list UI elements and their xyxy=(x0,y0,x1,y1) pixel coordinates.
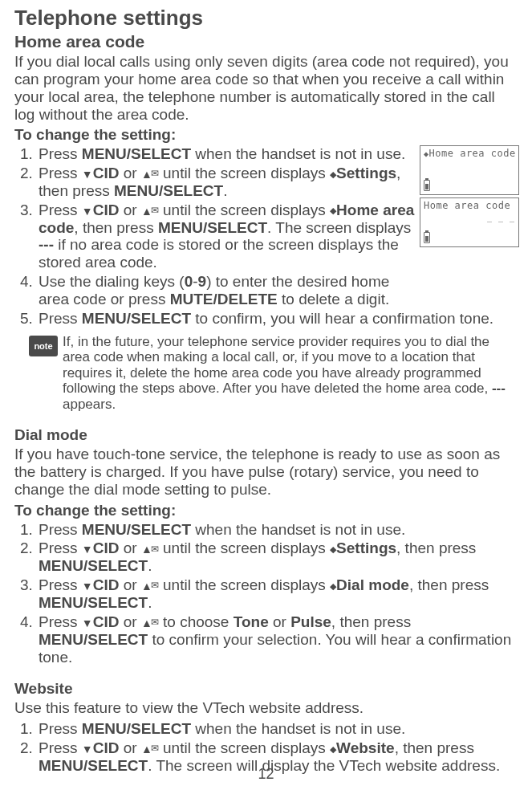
lcd-cursor: _ _ _ xyxy=(424,213,515,222)
diamond-icon: ◆ xyxy=(330,206,336,216)
envelope-icon: ✉ xyxy=(151,206,159,217)
sub-heading-dial-mode: To change the setting: xyxy=(14,502,519,519)
down-arrow-icon: ▼ xyxy=(82,205,93,218)
step-4: Use the dialing keys (0-9) to enter the … xyxy=(37,273,519,308)
sub-heading-home-area: To change the setting: xyxy=(14,126,519,144)
intro-website: Use this feature to view the VTech websi… xyxy=(14,699,519,717)
lcd-text: Home area code xyxy=(424,201,515,212)
down-arrow-icon: ▼ xyxy=(82,580,93,592)
lcd-text: Home area code xyxy=(429,148,516,159)
lcd-screen-1: ◆Home area code xyxy=(420,145,519,195)
page-number: 12 xyxy=(0,766,532,783)
lcd-screen-2: Home area code _ _ _ xyxy=(420,197,519,247)
battery-icon xyxy=(424,180,430,191)
heading-home-area-code: Home area code xyxy=(14,32,519,51)
steps-dial-mode: Press MENU/SELECT when the handset is no… xyxy=(30,521,519,666)
heading-dial-mode: Dial mode xyxy=(14,426,519,444)
envelope-icon: ✉ xyxy=(151,743,159,755)
down-arrow-icon: ▼ xyxy=(82,617,93,629)
diamond-icon: ◆ xyxy=(330,581,336,592)
diamond-icon: ◆ xyxy=(330,744,336,755)
note-text: If, in the future, your telephone servic… xyxy=(63,334,519,413)
step-1: Press MENU/SELECT when the handset is no… xyxy=(37,720,519,738)
intro-dial-mode: If you have touch-tone service, the tele… xyxy=(14,446,519,499)
page-title: Telephone settings xyxy=(14,6,519,31)
note-box: note If, in the future, your telephone s… xyxy=(29,334,519,413)
step-3: Press ▼CID or ▲✉ until the screen displa… xyxy=(37,576,519,612)
down-arrow-icon: ▼ xyxy=(82,743,93,755)
heading-website: Website xyxy=(14,680,519,698)
envelope-icon: ✉ xyxy=(151,544,159,556)
down-arrow-icon: ▼ xyxy=(82,543,93,556)
down-arrow-icon: ▼ xyxy=(82,168,93,181)
envelope-icon: ✉ xyxy=(151,169,159,180)
envelope-icon: ✉ xyxy=(151,580,159,592)
battery-icon xyxy=(424,232,430,243)
intro-home-area: If you dial local calls using only seven… xyxy=(14,53,519,123)
envelope-icon: ✉ xyxy=(151,617,159,629)
step-5: Press MENU/SELECT to confirm, you will h… xyxy=(37,310,519,328)
step-1: Press MENU/SELECT when the handset is no… xyxy=(37,521,519,539)
lcd-screens: ◆Home area code Home area code _ _ _ xyxy=(420,145,519,250)
step-2: Press ▼CID or ▲✉ until the screen displa… xyxy=(37,540,519,575)
step-4: Press ▼CID or ▲✉ to choose Tone or Pulse… xyxy=(37,613,519,666)
diamond-icon: ◆ xyxy=(330,169,336,180)
diamond-icon: ◆ xyxy=(330,544,336,555)
note-badge: note xyxy=(29,336,58,357)
